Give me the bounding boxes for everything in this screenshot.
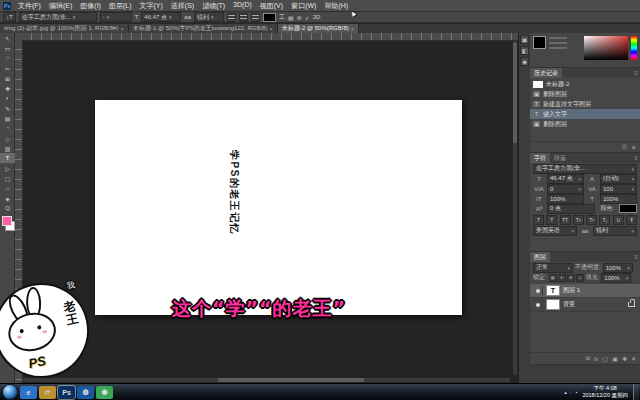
document-canvas[interactable]: 学PS的老王记忆 <box>95 100 462 315</box>
app-icon[interactable]: Ps <box>3 2 11 10</box>
menu-item[interactable]: 文字(Y) <box>135 1 166 11</box>
font-family-select[interactable]: 造字工房力黑(非... <box>19 12 97 22</box>
tool-button[interactable]: ◇ <box>0 133 15 143</box>
tray-icon[interactable]: ▪ <box>576 389 578 395</box>
history-footer-icon[interactable]: ⎘ <box>622 144 627 151</box>
tray-icon[interactable]: ◌ <box>570 389 573 395</box>
history-item[interactable]: ▣ 删除图层 <box>530 89 640 99</box>
history-item[interactable]: ▣ 删除图层 <box>530 119 640 129</box>
horizontal-scrollbar[interactable] <box>23 378 510 382</box>
tab-close-icon[interactable]: × <box>269 26 273 32</box>
char-tracking-select[interactable]: 100 <box>600 184 637 194</box>
font-style-select[interactable]: - <box>100 12 132 22</box>
document-tab[interactable]: 未标题-2 @ 50%(RGB/8) × <box>278 24 359 33</box>
tool-button[interactable]: ▭ <box>0 43 15 53</box>
tool-button[interactable]: ◈ <box>0 193 15 203</box>
document-tab[interactable]: timg (2)-副本.jpg @ 100%(图层 1, RGB/8#) × <box>0 24 129 33</box>
lock-button[interactable]: a <box>576 274 584 282</box>
antialias-select[interactable]: 锐利 <box>194 12 224 22</box>
font-size-select[interactable]: 46.47 点 <box>141 12 181 22</box>
tool-button[interactable]: ▷ <box>0 163 15 173</box>
char-style-button[interactable]: Tт <box>573 215 584 225</box>
lock-button[interactable]: ✛ <box>558 274 566 282</box>
document-tab[interactable]: 未标题-1 @ 50%(学PS的老王luowang122, RGB/8) × <box>129 24 278 33</box>
color-panel-swatch[interactable] <box>533 36 546 49</box>
tray-icon[interactable]: ▴ <box>564 389 567 395</box>
history-footer-icon[interactable]: ✕ <box>631 144 636 151</box>
char-leading-select[interactable]: (自动) <box>600 174 637 184</box>
start-button[interactable] <box>2 384 18 400</box>
layers-footer-icon[interactable]: ⧉ <box>586 355 590 362</box>
align-right-button[interactable] <box>251 13 260 22</box>
tool-button[interactable]: ◔ <box>0 123 15 133</box>
tool-button[interactable]: T <box>0 153 15 163</box>
layer-thumbnail[interactable] <box>546 299 560 310</box>
layer-row[interactable]: T 图层 1 <box>530 284 640 298</box>
paragraph-tab[interactable]: 段落 <box>550 153 570 163</box>
text-color-swatch[interactable] <box>263 13 276 22</box>
menu-item[interactable]: 图层(L) <box>105 1 136 11</box>
char-hscale-field[interactable]: 100% <box>600 194 637 204</box>
taskbar-app-icon[interactable]: ◉ <box>96 386 113 399</box>
saturation-field[interactable] <box>584 36 628 60</box>
menu-item[interactable]: 编辑(E) <box>45 1 76 11</box>
tab-close-icon[interactable]: × <box>351 26 355 32</box>
layers-footer-icon[interactable]: ✕ <box>631 355 636 362</box>
layers-footer-icon[interactable]: ✚ <box>622 355 627 362</box>
menu-item[interactable]: 3D(D) <box>229 1 256 11</box>
history-item[interactable]: T 新建直排文字图层 <box>530 99 640 109</box>
taskbar-app-icon[interactable]: ▱ <box>39 386 56 399</box>
char-style-button[interactable]: TT <box>560 215 571 225</box>
vertical-scrollbar[interactable] <box>513 41 517 375</box>
lock-button[interactable]: ⊕ <box>567 274 575 282</box>
history-tab[interactable]: 历史记录 <box>530 68 562 78</box>
commit-edits-icon[interactable]: ✓ <box>305 14 310 21</box>
char-kerning-select[interactable]: 0 <box>547 184 584 194</box>
tool-button[interactable]: ◐ <box>0 93 15 103</box>
taskbar-app-icon[interactable]: Ps <box>58 386 75 399</box>
foreground-color-swatch[interactable] <box>2 216 12 226</box>
char-vscale-field[interactable]: 100% <box>547 194 584 204</box>
taskbar-app-icon[interactable]: e <box>20 386 37 399</box>
char-style-button[interactable]: U <box>613 215 624 225</box>
tool-button[interactable]: ⊞ <box>0 73 15 83</box>
tool-button[interactable]: ✎ <box>0 103 15 113</box>
opacity-select[interactable]: 100% <box>603 263 633 273</box>
char-font-select[interactable]: 造字工房力黑(非... <box>533 164 637 174</box>
taskbar-clock[interactable]: 下午 4:08 2018/12/20 星期四 <box>580 385 630 399</box>
layers-footer-icon[interactable]: ▢ <box>603 355 609 362</box>
menu-item[interactable]: 滤镜(T) <box>198 1 229 11</box>
layer-thumbnail[interactable]: T <box>546 285 560 296</box>
color-sliders[interactable] <box>549 37 567 60</box>
char-style-button[interactable]: T <box>546 215 557 225</box>
collapsed-panel-icon[interactable]: ◆ <box>520 57 529 66</box>
align-center-button[interactable] <box>239 13 248 22</box>
cancel-edits-icon[interactable]: ⊘ <box>297 14 302 21</box>
layers-tab[interactable]: 图层 <box>530 252 550 262</box>
menu-item[interactable]: 窗口(W) <box>287 1 320 11</box>
tool-button[interactable]: ▢ <box>0 173 15 183</box>
lock-button[interactable]: ▦ <box>549 274 557 282</box>
tool-button[interactable]: ✚ <box>0 83 15 93</box>
char-aa-select[interactable]: 锐利 <box>593 226 637 236</box>
layers-footer-icon[interactable]: ▣ <box>612 355 618 362</box>
taskbar-app-icon[interactable]: ◍ <box>77 386 94 399</box>
character-tab[interactable]: 字符 <box>530 153 550 163</box>
tool-button[interactable]: ▨ <box>0 143 15 153</box>
layer-visibility-icon[interactable] <box>533 300 543 309</box>
layer-row[interactable]: 背景 <box>530 298 640 312</box>
tab-close-icon[interactable]: × <box>120 26 124 32</box>
char-style-button[interactable]: T¹ <box>586 215 597 225</box>
show-desktop-button[interactable] <box>633 384 639 400</box>
collapsed-panel-icon[interactable]: ▣ <box>520 35 529 44</box>
panel-menu-icon[interactable]: ≡ <box>634 155 638 161</box>
tool-button[interactable]: ⌂ <box>0 183 15 193</box>
fill-select[interactable]: 100% <box>601 273 631 283</box>
char-style-button[interactable]: T <box>533 215 544 225</box>
threed-button[interactable]: 3D <box>313 14 321 20</box>
panel-menu-icon[interactable]: ≡ <box>634 70 638 76</box>
char-language-select[interactable]: 美国英语 <box>533 226 577 236</box>
history-item[interactable]: 未标题-2 <box>530 79 640 89</box>
tool-button[interactable]: ○ <box>0 53 15 63</box>
menu-item[interactable]: 图像(I) <box>76 1 105 11</box>
